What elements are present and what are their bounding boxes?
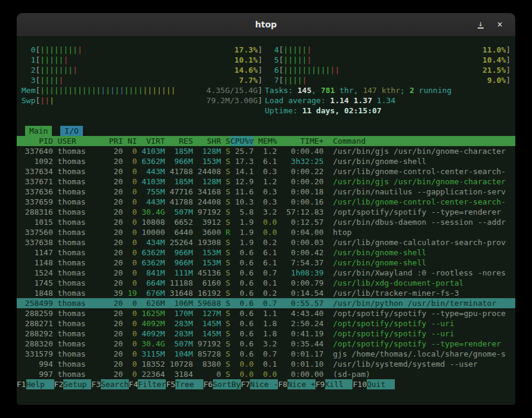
cell-pri: 20 — [104, 146, 123, 156]
column-header-user[interactable]: USER — [58, 136, 104, 146]
cell-user: thomas — [58, 349, 104, 359]
process-row[interactable]: 337640thomas2004103M185M128MS25.71.20:00… — [17, 146, 515, 156]
process-row[interactable]: 337638thomas200434M2526419308S1.90.20:00… — [17, 237, 515, 247]
load-line: Load average: 1.14 1.37 1.34 — [265, 95, 511, 106]
cell-shr: 19308 — [193, 237, 221, 247]
download-icon[interactable]: ↓ — [472, 13, 489, 36]
cell-mem: 3.2 — [253, 339, 277, 349]
meters-left-column: 0[|||||||||17.3%]1[||||||10.1%]2[|||||||… — [21, 45, 262, 116]
cell-res: 11188 — [165, 278, 193, 288]
process-row[interactable]: 1848thomas3919676M3164816192S0.60.20:14.… — [17, 288, 515, 298]
process-row[interactable]: 337671thomas2004103M185M128MS12.91.20:00… — [17, 177, 515, 187]
meter-bars: ||||||11.0% — [283, 45, 506, 55]
cell-virt: 1625M — [137, 308, 165, 318]
cell-pri: 20 — [104, 156, 123, 166]
cell-cpu: 0.6 — [230, 278, 253, 288]
spacer-row — [17, 116, 515, 126]
process-row[interactable]: 288259thomas2001625M170M127MS0.61.14:43.… — [17, 308, 515, 318]
process-row-selected[interactable]: 258499thomas200626M106M59688S0.60.70:55.… — [17, 298, 515, 308]
process-row[interactable]: 331579thomas2003115M104M85728S0.60.70:01… — [17, 349, 515, 359]
meter-open-bracket: [ — [35, 45, 40, 55]
cell-mem: 1.8 — [253, 318, 277, 329]
cell-pri: 20 — [104, 258, 123, 268]
cell-user: thomas — [58, 156, 104, 166]
cell-pri: 20 — [104, 227, 123, 237]
column-header-pid[interactable]: PID — [20, 136, 53, 146]
fkey-help[interactable]: F1Help — [17, 379, 54, 389]
process-row[interactable]: 994thomas20018352107288380S0.00.10:01.10… — [17, 359, 515, 369]
fkey-filter[interactable]: F4Filter — [129, 379, 166, 389]
process-row[interactable]: 337560thomas2001000064403600R1.90.00:04.… — [17, 227, 515, 237]
fkey-tree[interactable]: F5Tree — [166, 379, 203, 389]
cell-cmd: /usr/lib/tracker-miner-fs-3 — [333, 288, 515, 298]
cell-time: 0:04.00 — [277, 227, 323, 237]
process-row[interactable]: 337659thomas200443M4178824408S10.30.30:0… — [17, 197, 515, 207]
process-row[interactable]: 288316thomas20030.4G507M97192S5.83.257:1… — [17, 207, 515, 217]
column-header-virt[interactable]: VIRT — [137, 136, 165, 146]
cell-virt: 4103M — [137, 146, 165, 156]
cell-pri: 20 — [104, 268, 123, 278]
cell-virt: 841M — [137, 268, 165, 278]
meter-label: 4 — [265, 45, 279, 55]
fkey-search[interactable]: F3Search — [91, 379, 129, 389]
cell-res: 966M — [165, 247, 193, 258]
cell-cmd: /usr/bin/dbus-daemon --session --addr — [333, 217, 515, 227]
process-row[interactable]: 1015thomas2001080866523912S1.90.00:12.57… — [17, 217, 515, 227]
cell-cpu: 0.6 — [230, 268, 253, 278]
column-header-res[interactable]: RES — [165, 136, 193, 146]
process-row[interactable]: 337636thomas200755M4771634168S11.60.30:0… — [17, 187, 515, 197]
fkey-kill[interactable]: F9Kill — [316, 379, 353, 389]
fkey-nice[interactable]: F8Nice + — [278, 379, 316, 389]
cell-pid: 331579 — [20, 349, 53, 359]
column-header-cpu[interactable]: CPU%▽ — [230, 136, 253, 146]
process-row[interactable]: 1524thomas200841M111M45136S0.60.71h08:39… — [17, 268, 515, 278]
cell-time: 0:00.00 — [277, 369, 323, 379]
fkey-quit[interactable]: F10Quit — [352, 379, 394, 389]
window-titlebar[interactable]: htop ↓ × — [17, 13, 515, 36]
process-row[interactable]: 1745thomas200664M111886160S0.60.10:00.79… — [17, 278, 515, 288]
column-header-mem[interactable]: MEM% — [253, 136, 277, 146]
process-row[interactable]: 997thomas2002236431840S0.00.00:00.00(sd-… — [17, 369, 515, 379]
column-header-ni[interactable]: NI — [123, 136, 137, 146]
fkey-nice[interactable]: F7Nice - — [241, 379, 279, 389]
meter-label: 5 — [265, 55, 279, 65]
cell-cmd: /opt/spotify/spotify --type=renderer — [333, 207, 515, 217]
cell-cmd: gjs /home/thomas/.local/share/gnome-s — [333, 349, 515, 359]
fkey-setup[interactable]: F2Setup — [54, 379, 92, 389]
cell-cmd: /usr/bin/gnome-shell — [333, 247, 515, 258]
column-header-cmd[interactable]: Command — [333, 136, 515, 146]
meter-label: Swp — [21, 95, 35, 106]
process-row[interactable]: 1148thomas2006362M966M153MS0.66.17:54.37… — [17, 258, 515, 268]
cell-virt: 755M — [137, 187, 165, 197]
tab-main[interactable]: Main — [25, 126, 52, 136]
process-row[interactable]: 288320thomas20030.4G507M97192S0.63.20:35… — [17, 339, 515, 349]
column-header-shr[interactable]: SHR — [193, 136, 221, 146]
process-row[interactable]: 288271thomas2004092M283M145MS0.61.82:50.… — [17, 318, 515, 329]
process-row[interactable]: 1092thomas2006362M966M153MS17.36.13h32:2… — [17, 156, 515, 166]
meter-label: 0 — [21, 45, 35, 55]
cell-user: thomas — [58, 268, 104, 278]
cell-pid: 258499 — [20, 298, 53, 308]
cell-ni: 0 — [123, 278, 137, 288]
column-header-time[interactable]: TIME+ — [277, 136, 323, 146]
swap-meter: Swp[|||79.2M/3.00G] — [21, 95, 262, 106]
cell-virt: 6362M — [137, 247, 165, 258]
cell-ni: 0 — [123, 268, 137, 278]
cell-pri: 20 — [104, 166, 123, 177]
column-header-s[interactable]: S — [221, 136, 230, 146]
column-header-pri[interactable]: PRI — [104, 136, 123, 146]
cell-virt: 676M — [137, 288, 165, 298]
cell-cmd: /usr/lib/gnome-calculator-search-prov — [333, 237, 515, 247]
cell-pid: 337640 — [20, 146, 53, 156]
process-row[interactable]: 288292thomas2004092M283M145MS0.61.80:41.… — [17, 329, 515, 339]
meter-bars: ||||||10.4% — [283, 55, 506, 65]
close-icon[interactable]: × — [491, 13, 508, 36]
fkey-sortby[interactable]: F6SortBy — [203, 379, 241, 389]
process-row[interactable]: 1147thomas2006362M966M153MS0.66.10:00.42… — [17, 247, 515, 258]
cell-cpu: 5.8 — [230, 207, 253, 217]
process-row[interactable]: 337634thomas200443M4178824408S14.10.30:0… — [17, 166, 515, 177]
cell-pri: 20 — [104, 349, 123, 359]
cell-user: thomas — [58, 278, 104, 288]
tab-io[interactable]: I/O — [60, 126, 82, 136]
cell-ni: 0 — [123, 187, 137, 197]
